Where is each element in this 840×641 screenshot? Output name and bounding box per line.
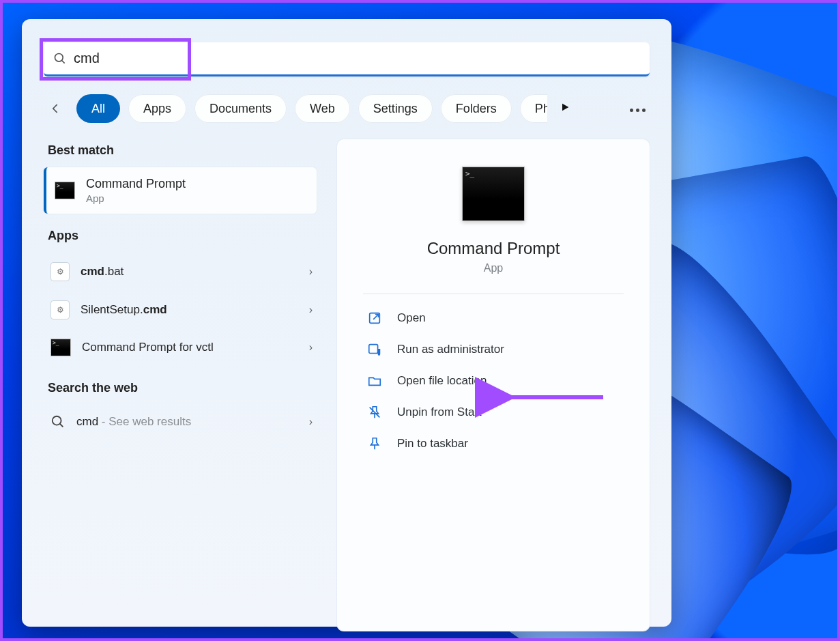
batch-file-icon: ⚙ (50, 300, 70, 319)
chevron-right-icon: › (309, 304, 313, 316)
filter-photos[interactable]: Photos (520, 94, 547, 123)
filter-all[interactable]: All (76, 94, 120, 123)
filter-row: All Apps Documents Web Settings Folders … (44, 94, 650, 123)
filter-web[interactable]: Web (295, 94, 350, 123)
preview-panel: Command Prompt App Open Run as administr… (337, 139, 650, 631)
pin-icon (367, 436, 382, 451)
app-result-label: SilentSetup.cmd (81, 303, 167, 317)
filter-apps[interactable]: Apps (128, 94, 186, 123)
divider (363, 294, 624, 294)
section-apps: Apps (48, 229, 317, 243)
svg-line-1 (62, 61, 65, 63)
svg-line-4 (60, 424, 63, 427)
back-button[interactable] (44, 96, 68, 121)
section-search-web: Search the web (48, 381, 317, 395)
chevron-right-icon: › (309, 416, 313, 428)
action-label: Open (397, 311, 426, 325)
best-match-item[interactable]: Command Prompt App (44, 167, 317, 214)
scroll-filters-right[interactable] (560, 102, 570, 115)
command-prompt-icon (462, 167, 525, 221)
app-result-vctl[interactable]: Command Prompt for vctl › (44, 329, 317, 366)
chevron-right-icon: › (309, 341, 313, 354)
command-prompt-icon (55, 182, 75, 199)
action-label: Unpin from Start (397, 405, 482, 419)
svg-point-0 (55, 54, 63, 62)
app-result-cmd-bat[interactable]: ⚙ cmd.bat › (44, 253, 317, 291)
web-result-label: cmd - See web results (76, 415, 191, 429)
unpin-icon (367, 405, 382, 420)
filter-documents[interactable]: Documents (194, 94, 287, 123)
best-match-title: Command Prompt (86, 177, 186, 191)
filter-settings[interactable]: Settings (358, 94, 433, 123)
play-icon (560, 102, 570, 113)
action-unpin-from-start[interactable]: Unpin from Start (363, 397, 624, 428)
more-options[interactable] (628, 102, 650, 115)
action-label: Pin to taskbar (397, 437, 468, 451)
section-best-match: Best match (48, 143, 317, 158)
action-pin-to-taskbar[interactable]: Pin to taskbar (363, 428, 624, 459)
action-open[interactable]: Open (363, 302, 624, 334)
results-column: Best match Command Prompt App Apps ⚙ cmd… (44, 139, 317, 631)
batch-file-icon: ⚙ (50, 262, 70, 281)
open-icon (367, 311, 382, 326)
svg-rect-6 (369, 345, 378, 354)
folder-icon (367, 373, 382, 388)
app-result-silentsetup[interactable]: ⚙ SilentSetup.cmd › (44, 291, 317, 329)
command-prompt-icon (50, 339, 71, 356)
action-label: Open file location (397, 374, 487, 388)
action-open-file-location[interactable]: Open file location (363, 365, 624, 397)
start-search-window: All Apps Documents Web Settings Folders … (22, 19, 671, 627)
app-result-label: Command Prompt for vctl (82, 341, 214, 354)
preview-title: Command Prompt (363, 239, 624, 258)
action-label: Run as administrator (397, 343, 504, 356)
search-input[interactable] (74, 51, 650, 66)
search-icon (53, 52, 67, 66)
search-icon (50, 414, 66, 429)
svg-point-3 (53, 416, 61, 425)
filter-folders[interactable]: Folders (441, 94, 512, 123)
best-match-subtitle: App (86, 193, 186, 204)
shield-admin-icon (367, 342, 382, 357)
search-bar[interactable] (44, 42, 650, 76)
app-result-label: cmd.bat (81, 265, 124, 279)
web-result-cmd[interactable]: cmd - See web results › (44, 405, 317, 439)
arrow-left-icon (49, 102, 63, 115)
svg-marker-2 (562, 104, 568, 111)
preview-subtitle: App (363, 262, 624, 274)
action-run-as-administrator[interactable]: Run as administrator (363, 334, 624, 365)
chevron-right-icon: › (309, 266, 313, 278)
